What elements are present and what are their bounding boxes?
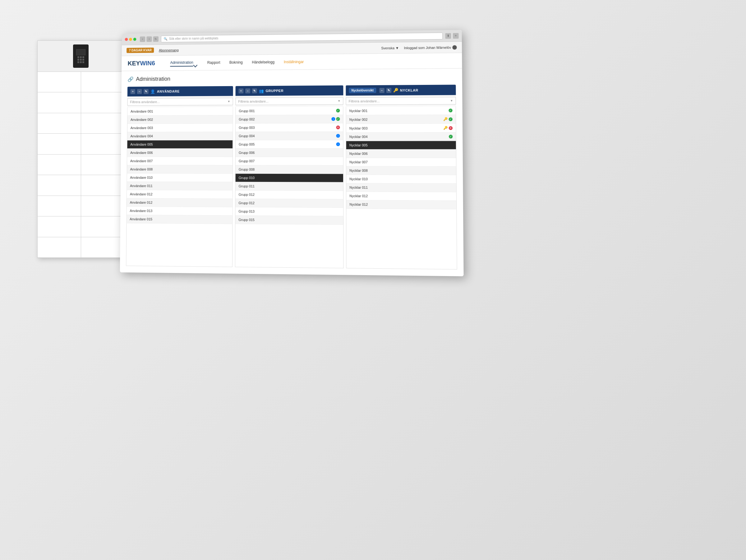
groups-edit-btn[interactable]: ✎ — [252, 88, 257, 93]
key-list-item[interactable]: Nycklar 001✓ — [346, 106, 456, 115]
groups-add-btn[interactable]: + — [238, 89, 243, 93]
group-status-icons: ✓ — [336, 109, 340, 113]
status-blue-icon: i — [336, 134, 340, 138]
user-list-item[interactable]: Användare 011 — [127, 182, 232, 191]
users-filter-dropdown[interactable]: Filtrera användare... ▼ — [127, 97, 233, 105]
group-list-item[interactable]: Grupp 012 — [235, 199, 343, 208]
key-list-item[interactable]: Nycklar 006 — [346, 149, 456, 158]
groups-dropdown-arrow: ▼ — [338, 100, 340, 103]
group-list-item[interactable]: Grupp 001✓ — [236, 107, 343, 115]
user-list-item[interactable]: Användare 010 — [127, 173, 232, 182]
nav-rapport[interactable]: Rapport — [207, 59, 220, 66]
keys-edit-btn[interactable]: ✎ — [386, 88, 391, 93]
group-list-item[interactable]: Grupp 003✕ — [236, 123, 343, 132]
key-label: Nycklar 006 — [349, 152, 368, 156]
forward-button[interactable]: › — [146, 36, 152, 42]
keys-icon: 🔑 — [393, 88, 398, 93]
device-key — [80, 61, 82, 63]
minimize-button[interactable] — [129, 38, 132, 41]
user-list-item[interactable]: Användare 012 — [127, 198, 232, 207]
users-remove-btn[interactable]: − — [137, 89, 142, 94]
cabinet-cell — [81, 217, 124, 236]
user-text: Inloggad som Johan Wärnelöv — [404, 46, 451, 50]
group-list-item[interactable]: Grupp 011 — [236, 182, 343, 191]
key-list-item[interactable]: Nycklar 003🔑✕ — [346, 124, 456, 133]
group-label: Grupp 002 — [239, 117, 255, 121]
reload-button[interactable]: ↻ — [153, 36, 159, 42]
device-image — [73, 45, 89, 68]
group-list-item[interactable]: Grupp 004i — [236, 132, 343, 140]
close-button[interactable] — [125, 38, 128, 41]
key-label: Nycklar 012 — [349, 202, 368, 206]
users-edit-btn[interactable]: ✎ — [144, 89, 149, 94]
user-list-item[interactable]: Användare 015 — [126, 215, 232, 224]
group-list-item[interactable]: Grupp 015 — [235, 216, 343, 225]
nav-handelselogg[interactable]: Händelselogg — [252, 59, 275, 65]
groups-remove-btn[interactable]: − — [245, 88, 250, 93]
key-list-item[interactable]: Nycklar 002🔑✓ — [346, 115, 456, 124]
groups-filter-dropdown[interactable]: Filtrera användare... ▼ — [235, 97, 343, 105]
keys-filter-dropdown[interactable]: Filtrera användare... ▼ — [346, 97, 456, 105]
page-content: 🔗 Administration + − ✎ 👤 ANVÄNDARE — [120, 69, 464, 276]
group-list-item[interactable]: Grupp 005i — [236, 140, 343, 149]
user-list-item[interactable]: Användare 005 — [127, 140, 232, 149]
language-selector[interactable]: Svenska ▼ — [381, 46, 399, 50]
status-blue-icon: i — [331, 117, 335, 121]
group-list-item[interactable]: Grupp 007 — [236, 157, 343, 165]
device-screen — [76, 49, 85, 55]
share-icon[interactable]: ⬆ — [445, 33, 451, 38]
user-list-item[interactable]: Användare 006 — [127, 149, 232, 157]
device-key — [77, 56, 79, 58]
group-list-item[interactable]: Grupp 013 — [235, 207, 343, 217]
admin-columns: + − ✎ 👤 ANVÄNDARE Filtrera användare... … — [126, 85, 457, 269]
user-list-item[interactable]: Användare 004 — [127, 132, 233, 140]
keys-dropdown-arrow: ▼ — [450, 99, 453, 102]
address-bar[interactable]: 🔍 Sök eller skriv in namn på webbplats — [161, 32, 443, 42]
users-title: ANVÄNDARE — [157, 89, 230, 93]
key-list-item[interactable]: Nycklar 011 — [346, 184, 456, 193]
cabinet-cell — [81, 113, 124, 133]
group-list-item[interactable]: Grupp 006 — [236, 149, 343, 157]
nav-installningar[interactable]: Inställningar — [284, 58, 304, 65]
user-list-item[interactable]: Användare 008 — [127, 165, 232, 173]
group-label: Grupp 010 — [239, 176, 255, 180]
key-list-item[interactable]: Nycklar 004✓ — [346, 133, 456, 141]
key-status-icons: 🔑✓ — [443, 117, 453, 121]
key-list-item[interactable]: Nycklar 008 — [346, 166, 456, 175]
groups-title: GRUPPER — [266, 89, 340, 93]
key-list-item[interactable]: Nycklar 010 — [346, 175, 456, 184]
group-list-item[interactable]: Grupp 010 — [236, 174, 343, 183]
key-label: Nycklar 012 — [349, 194, 368, 198]
user-list-item[interactable]: Användare 003 — [127, 124, 233, 132]
device-key — [77, 59, 79, 61]
nav-administration[interactable]: Administration — [170, 59, 193, 66]
bookmark-icon[interactable]: + — [453, 33, 459, 38]
keys-remove-btn[interactable]: − — [379, 88, 384, 93]
user-list-item[interactable]: Användare 013 — [127, 207, 232, 216]
maximize-button[interactable] — [133, 38, 137, 41]
key-list-item[interactable]: Nycklar 007 — [346, 158, 456, 167]
key-overview-btn[interactable]: Nyckelöversikt — [349, 88, 376, 93]
device-key — [80, 59, 82, 61]
user-list-item[interactable]: Användare 012 — [127, 190, 232, 199]
subscription-link[interactable]: Abonnemang — [159, 48, 179, 52]
users-add-btn[interactable]: + — [131, 89, 136, 94]
back-button[interactable]: ‹ — [140, 36, 145, 42]
key-list-item[interactable]: Nycklar 012 — [346, 200, 456, 209]
cabinet-row — [38, 113, 124, 134]
key-list-item[interactable]: Nycklar 005 — [346, 141, 456, 149]
nav-indicator — [193, 63, 198, 67]
group-list-item[interactable]: Grupp 002i✓ — [236, 115, 343, 124]
cabinet-cell — [81, 155, 124, 175]
key-list-item[interactable]: Nycklar 012 — [346, 192, 456, 201]
user-list-item[interactable]: Användare 001 — [127, 107, 232, 116]
group-list-item[interactable]: Grupp 008 — [236, 165, 343, 174]
groups-header: + − ✎ 👥 GRUPPER — [236, 85, 343, 96]
nav-bokning[interactable]: Bokning — [229, 59, 243, 66]
users-filter-text: Filtrera användare... — [130, 100, 160, 104]
cabinet-row — [38, 217, 124, 237]
group-list-item[interactable]: Grupp 012 — [236, 191, 343, 199]
cabinet-cell — [81, 92, 124, 113]
user-list-item[interactable]: Användare 002 — [127, 115, 232, 124]
user-list-item[interactable]: Användare 007 — [127, 157, 232, 165]
